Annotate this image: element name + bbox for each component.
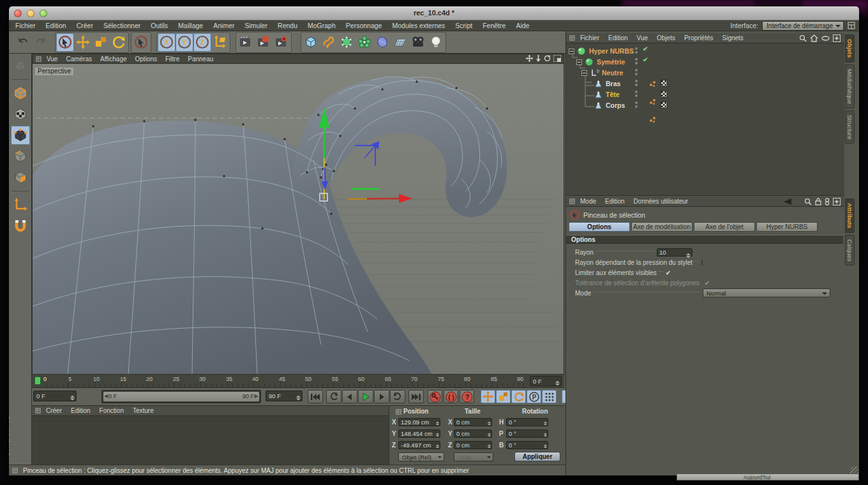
selection-tool-icon[interactable] (132, 33, 150, 52)
tree-label-tete[interactable]: Tête (606, 91, 620, 98)
collapse-icon[interactable] (569, 48, 574, 54)
tree-row-neutre[interactable]: 0 Neutre (581, 68, 623, 78)
toggle-views-icon[interactable] (553, 55, 561, 62)
viewport-canvas[interactable]: Y (33, 64, 564, 374)
loop-button[interactable] (390, 390, 405, 403)
menu-animer[interactable]: Animer (213, 22, 234, 29)
stepper-icon[interactable] (70, 393, 75, 403)
visibility-toggles[interactable] (635, 58, 638, 64)
pos-x-field[interactable]: 129.09 cm (398, 418, 440, 426)
visibility-toggles[interactable] (635, 47, 638, 54)
dolly-icon[interactable] (535, 55, 541, 62)
history-forward-icon[interactable] (794, 198, 802, 205)
tab-attributs[interactable]: Attributs (845, 198, 855, 233)
symmetry-object-icon[interactable] (585, 57, 594, 66)
mat-menu-creer[interactable]: Créer (46, 407, 62, 414)
tree-label-hypernurbs[interactable]: Hyper NURBS (589, 47, 634, 55)
object-axis-mode-icon[interactable] (11, 195, 30, 214)
stepper-icon[interactable] (436, 443, 440, 451)
menu-script[interactable]: Script (455, 22, 472, 29)
menu-simuler[interactable]: Simuler (244, 22, 267, 29)
menu-mograph[interactable]: MoGraph (308, 22, 336, 29)
panel-grip-icon[interactable] (569, 35, 575, 41)
rot-h-field[interactable]: 0 ° (506, 418, 548, 426)
stepper-icon[interactable] (488, 443, 491, 451)
uvw-tag-icon[interactable] (661, 80, 668, 87)
coordinate-system-icon[interactable] (211, 33, 229, 52)
mat-menu-texture[interactable]: Texture (133, 407, 154, 414)
timeline-ruler[interactable]: 0 5 10 15 20 25 30 35 40 45 50 55 60 65 … (32, 375, 564, 388)
am-menu-edition[interactable]: Edition (605, 198, 625, 205)
camera-label[interactable]: Perspective (34, 67, 74, 76)
tree-label-symetrie[interactable]: Symétrie (597, 58, 625, 66)
stepper-icon[interactable] (544, 431, 548, 439)
stepper-icon[interactable] (544, 443, 548, 451)
visibility-toggles[interactable] (635, 91, 638, 97)
panel-grip-icon[interactable] (12, 468, 18, 474)
lock-z-axis-icon[interactable]: Z (193, 33, 211, 52)
play-backwards-button[interactable] (326, 390, 341, 403)
key-parameter-button[interactable]: P (527, 390, 541, 403)
add-panel-icon[interactable] (833, 198, 841, 205)
menu-creer[interactable]: Créer (77, 22, 93, 29)
search-icon[interactable] (804, 198, 812, 205)
size-z-field[interactable]: 0 cm (454, 441, 492, 449)
visibility-toggles[interactable] (635, 69, 638, 75)
am-menu-donnees[interactable]: Données utilisateur (634, 198, 689, 205)
add-camera-icon[interactable] (409, 33, 427, 52)
menu-fenetre[interactable]: Fenêtre (483, 22, 505, 29)
panel-grip-icon[interactable] (396, 409, 401, 415)
search-icon[interactable] (799, 34, 807, 42)
tab-mediatheque[interactable]: Médiathèque (845, 64, 855, 108)
add-light-icon[interactable] (427, 33, 445, 52)
scale-icon[interactable] (92, 33, 110, 52)
record-options-button[interactable]: ? (460, 390, 474, 403)
stepper-icon[interactable] (436, 420, 440, 428)
interface-dropdown[interactable]: Interface de démarrage (762, 21, 844, 31)
enabled-check-icon[interactable]: ✔ (643, 45, 648, 52)
home-icon[interactable] (810, 34, 818, 42)
tree-label-neutre[interactable]: Neutre (602, 69, 623, 77)
tree-row-symetrie[interactable]: Symétrie (576, 57, 625, 67)
stepper-icon[interactable] (488, 420, 491, 428)
range-left-arrow-icon[interactable]: ◀ (104, 393, 108, 399)
undo-icon[interactable] (14, 33, 32, 52)
uvw-tag-icon[interactable] (661, 101, 668, 108)
joint-object-icon[interactable] (594, 91, 602, 99)
menu-fichier[interactable]: Fichier (15, 22, 36, 29)
rot-b-field[interactable]: 0 ° (506, 441, 548, 449)
tab-hypernurbs[interactable]: Hyper NURBS (756, 222, 818, 232)
previous-frame-button[interactable] (342, 390, 357, 403)
visibles-check-icon[interactable]: ✔ (666, 269, 671, 276)
polygons-mode-icon[interactable] (11, 168, 30, 187)
menu-modules-externes[interactable]: Modules externes (392, 22, 445, 29)
add-cube-primitive-icon[interactable] (302, 33, 320, 52)
stepper-icon[interactable] (296, 393, 301, 403)
add-hypernurbs-icon[interactable] (338, 33, 355, 52)
stepper-icon[interactable] (488, 431, 491, 439)
size-y-field[interactable]: 0 cm (454, 429, 492, 438)
go-to-end-button[interactable] (408, 390, 424, 403)
key-rotation-button[interactable] (511, 390, 526, 403)
joint-object-icon[interactable] (594, 101, 602, 110)
path-icon[interactable] (821, 34, 830, 42)
menu-edition[interactable]: Edition (46, 22, 66, 29)
go-to-start-button[interactable] (308, 390, 323, 403)
collapse-icon[interactable] (576, 59, 582, 65)
tree-row-tete[interactable]: Tête (594, 89, 620, 100)
vp-menu-cameras[interactable]: Caméras (66, 56, 92, 63)
mat-menu-fonction[interactable]: Fonction (100, 407, 124, 414)
stepper-icon[interactable] (436, 431, 440, 439)
om-menu-objets[interactable]: Objets (657, 34, 675, 41)
timeline-range-slider[interactable]: ◀ 0 F 90 F ▶ (101, 390, 261, 403)
end-frame-field[interactable]: 90 F (266, 391, 303, 401)
tree-label-corps[interactable]: Corps (606, 101, 625, 109)
range-handle[interactable]: ◀ 0 F 90 F ▶ (103, 392, 259, 401)
stylet-checkbox[interactable] (701, 260, 703, 265)
stepper-icon[interactable] (544, 420, 548, 428)
move-icon[interactable] (74, 33, 92, 52)
menu-maillage[interactable]: Maillage (178, 22, 203, 29)
record-keyframe-button[interactable] (428, 390, 442, 403)
menu-selectionner[interactable]: Sélectionner (103, 22, 140, 29)
key-position-button[interactable] (481, 390, 495, 403)
